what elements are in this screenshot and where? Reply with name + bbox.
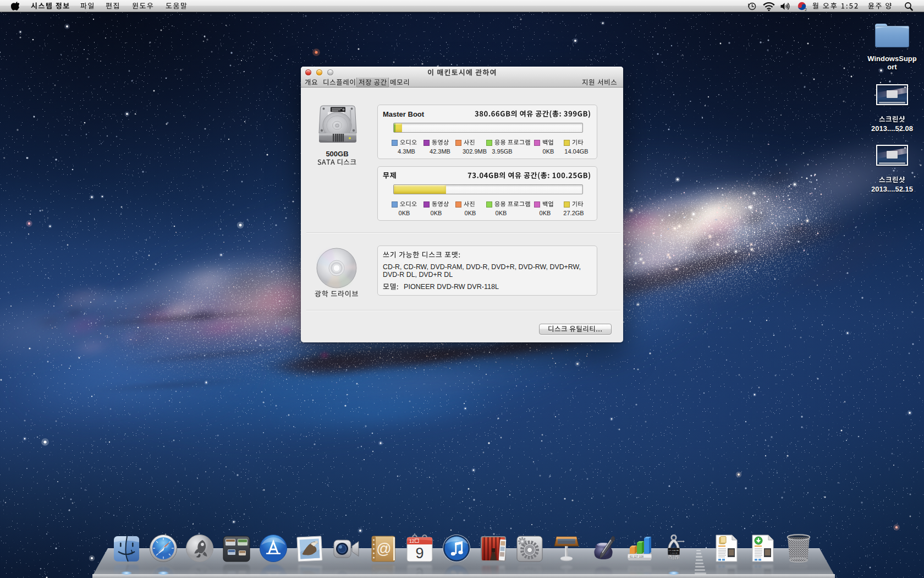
- svg-text:T-ICW 08: T-ICW 08: [670, 553, 678, 554]
- svg-text:61 127 108: 61 127 108: [630, 569, 644, 572]
- svg-text:12: 12: [409, 538, 415, 544]
- svg-text:9: 9: [415, 565, 424, 578]
- svg-text:@: @: [376, 569, 391, 578]
- svg-text:61 127 108: 61 127 108: [630, 555, 644, 558]
- svg-text:@: @: [376, 541, 391, 557]
- svg-text:2: 2: [805, 8, 807, 12]
- svg-text:LT-12W-R6: LT-12W-R6: [669, 549, 679, 552]
- svg-text:9: 9: [415, 545, 424, 561]
